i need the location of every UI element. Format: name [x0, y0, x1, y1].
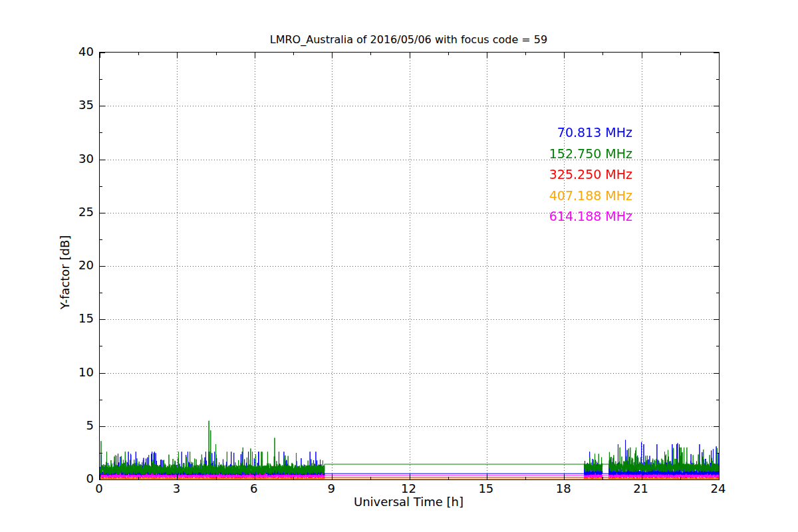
- x-tick-label: 15: [466, 481, 506, 496]
- legend-entry: 325.250 MHz: [549, 164, 632, 186]
- y-tick-label: 30: [59, 152, 94, 166]
- y-tick-label: 40: [59, 45, 94, 59]
- y-tick-label: 10: [59, 366, 94, 379]
- chart-title: LMRO_Australia of 2016/05/06 with focus …: [99, 33, 718, 49]
- legend-entry: 407.188 MHz: [549, 186, 632, 207]
- x-tick-label: 21: [621, 481, 661, 496]
- legend-entry: 614.188 MHz: [549, 206, 632, 227]
- plot-area: 70.813 MHz152.750 MHz325.250 MHz407.188 …: [99, 52, 720, 480]
- y-tick-label: 25: [59, 205, 94, 219]
- plot-canvas: [100, 53, 719, 479]
- legend-entry: 152.750 MHz: [549, 144, 632, 165]
- x-tick-label: 9: [311, 481, 351, 496]
- y-tick-label: 5: [59, 419, 94, 432]
- x-tick-label: 0: [79, 481, 119, 496]
- x-tick-label: 6: [234, 481, 274, 496]
- y-tick-label: 20: [59, 259, 94, 272]
- x-tick-label: 24: [698, 481, 738, 496]
- x-tick-label: 3: [156, 481, 196, 496]
- x-tick-label: 18: [543, 481, 583, 496]
- y-tick-label: 15: [59, 312, 94, 325]
- legend: 70.813 MHz152.750 MHz325.250 MHz407.188 …: [549, 122, 632, 227]
- y-tick-label: 35: [59, 98, 94, 112]
- legend-entry: 70.813 MHz: [549, 122, 632, 144]
- x-axis-label: Universal Time [h]: [99, 495, 718, 509]
- x-tick-label: 12: [389, 481, 429, 496]
